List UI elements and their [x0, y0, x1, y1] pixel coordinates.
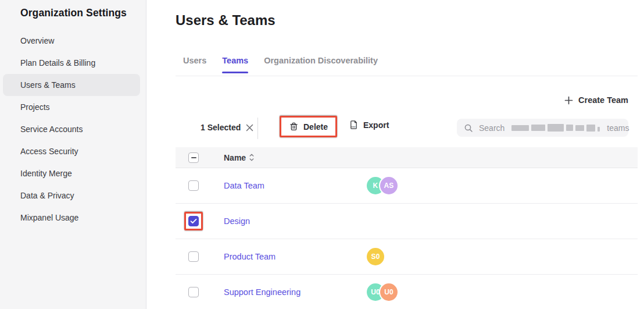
- page-title: Users & Teams: [176, 12, 276, 29]
- sort-icon: [249, 154, 254, 161]
- select-all-checkbox[interactable]: [188, 152, 199, 163]
- clear-selection-icon[interactable]: [246, 124, 253, 132]
- create-team-label: Create Team: [578, 95, 628, 105]
- delete-button[interactable]: Delete: [280, 116, 337, 137]
- table-row: Data Team K AS: [176, 168, 638, 204]
- team-name-link[interactable]: Data Team: [224, 181, 264, 190]
- sidebar-item-projects[interactable]: Projects: [0, 96, 146, 118]
- tab-bar: Users Teams Organization Discoverability: [183, 56, 378, 73]
- checkmark-icon: [190, 218, 197, 224]
- table-row: Product Team S0: [176, 239, 638, 275]
- export-label: Export: [363, 120, 389, 130]
- export-button[interactable]: csv Export: [349, 120, 389, 130]
- table-header: Name: [176, 147, 638, 168]
- sidebar-item-overview[interactable]: Overview: [0, 30, 146, 52]
- search-icon: [464, 123, 473, 133]
- sidebar-item-plan-details-billing[interactable]: Plan Details & Billing: [0, 52, 146, 74]
- delete-label: Delete: [303, 122, 328, 132]
- redacted-org-name: [511, 124, 600, 132]
- create-team-button[interactable]: Create Team: [564, 95, 628, 105]
- tab-organization-discoverability[interactable]: Organization Discoverability: [264, 56, 378, 73]
- avatar: S0: [367, 248, 384, 265]
- table-row: Design: [176, 204, 638, 239]
- table-row: Support Engineering U0 U0: [176, 275, 638, 309]
- sidebar-nav: Overview Plan Details & Billing Users & …: [0, 30, 146, 229]
- search-placeholder-prefix: Search: [479, 123, 505, 133]
- tab-users[interactable]: Users: [183, 56, 206, 73]
- teams-table: Name Data Team K AS: [176, 147, 638, 309]
- avatar-group: U0 U0: [367, 283, 398, 301]
- sidebar-title: Organization Settings: [20, 7, 146, 19]
- row-checkbox-checked[interactable]: [188, 216, 199, 226]
- sidebar-item-mixpanel-usage[interactable]: Mixpanel Usage: [0, 207, 146, 229]
- toolbar-divider: [257, 118, 258, 139]
- csv-file-icon: csv: [349, 120, 359, 130]
- sidebar-item-access-security[interactable]: Access Security: [0, 140, 146, 162]
- avatar-group: S0: [367, 248, 384, 265]
- team-name-link[interactable]: Product Team: [224, 252, 276, 261]
- search-placeholder-suffix: teams: [607, 123, 629, 133]
- team-name-link[interactable]: Support Engineering: [224, 287, 300, 297]
- sidebar-item-users-teams[interactable]: Users & Teams: [3, 74, 140, 96]
- tab-teams[interactable]: Teams: [222, 56, 248, 73]
- row-checkbox[interactable]: [188, 287, 199, 297]
- svg-text:csv: csv: [351, 125, 356, 128]
- team-name-link[interactable]: Design: [224, 216, 250, 226]
- sidebar-item-identity-merge[interactable]: Identity Merge: [0, 162, 146, 184]
- row-checkbox[interactable]: [188, 251, 199, 262]
- selection-summary: 1 Selected: [201, 123, 253, 132]
- tab-divider: [176, 76, 638, 76]
- selected-count-label: 1 Selected: [201, 123, 241, 132]
- avatar: AS: [380, 177, 398, 194]
- organization-settings-page: Organization Settings Overview Plan Deta…: [0, 0, 644, 309]
- trash-icon: [289, 122, 299, 132]
- annotation-box: [184, 212, 203, 230]
- sidebar: Organization Settings Overview Plan Deta…: [0, 0, 146, 309]
- row-checkbox[interactable]: [188, 180, 199, 191]
- avatar-group: K AS: [367, 177, 398, 194]
- sidebar-item-data-privacy[interactable]: Data & Privacy: [0, 184, 146, 207]
- avatar: U0: [380, 283, 398, 301]
- search-input[interactable]: Search teams: [457, 119, 628, 137]
- column-header-name[interactable]: Name: [224, 153, 254, 162]
- plus-icon: [564, 96, 573, 105]
- main-content: Users & Teams Users Teams Organization D…: [147, 0, 644, 309]
- sidebar-item-service-accounts[interactable]: Service Accounts: [0, 118, 146, 140]
